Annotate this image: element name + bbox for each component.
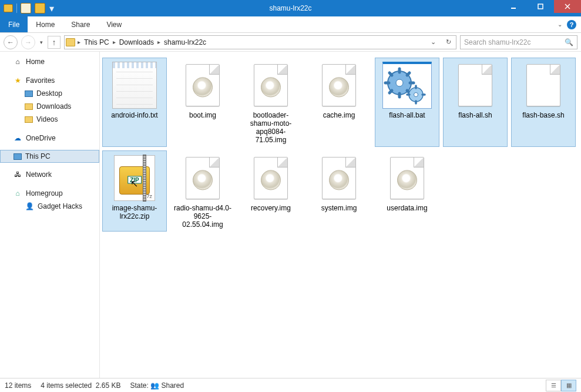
main-area: ⌂Home ★Favorites Desktop Downloads Video… xyxy=(0,52,581,378)
file-label: userdata.img xyxy=(385,204,428,212)
file-item[interactable]: flash-all.bat xyxy=(375,58,439,147)
file-item[interactable]: system.img xyxy=(307,150,371,232)
folder-icon[interactable] xyxy=(4,4,13,12)
chevron-right-icon[interactable]: ▸ xyxy=(78,39,80,45)
ribbon-controls: ⌄ ? xyxy=(558,16,581,32)
nav-videos[interactable]: Videos xyxy=(0,113,99,126)
home-icon: ⌂ xyxy=(13,58,22,66)
file-item[interactable]: cache.img xyxy=(307,58,371,147)
file-icon xyxy=(313,153,365,203)
network-icon: 🖧 xyxy=(13,170,22,179)
ribbon: File Home Share View ⌄ ? xyxy=(0,16,581,33)
quick-access-toolbar: ▾ xyxy=(0,3,55,14)
svg-point-15 xyxy=(414,93,418,97)
file-icon xyxy=(381,153,433,203)
file-label: boot.img xyxy=(188,111,217,119)
tab-share[interactable]: Share xyxy=(63,16,98,32)
file-tab[interactable]: File xyxy=(0,16,28,32)
files-pane[interactable]: android-info.txtboot.imgbootloader-shamu… xyxy=(100,52,581,378)
refresh-button[interactable]: ↻ xyxy=(442,36,455,49)
breadcrumb-thispc[interactable]: This PC xyxy=(83,38,110,46)
svg-line-10 xyxy=(389,73,392,75)
shared-icon: 👥 xyxy=(150,381,159,390)
search-input[interactable]: Search shamu-lrx22c 🔍 xyxy=(460,35,577,49)
help-icon[interactable]: ? xyxy=(567,20,576,29)
file-icon xyxy=(177,153,229,203)
nav-gadget-hacks[interactable]: 👤Gadget Hacks xyxy=(0,200,99,213)
search-placeholder: Search shamu-lrx22c xyxy=(464,38,530,46)
file-item[interactable]: radio-shamu-d4.0-9625-02.55.04.img xyxy=(170,150,235,232)
tab-home[interactable]: Home xyxy=(28,16,63,32)
file-item[interactable]: flash-base.sh xyxy=(511,58,576,147)
status-selection: 4 items selected 2.65 KB xyxy=(41,381,120,390)
file-label: bootloader-shamu-moto-apq8084-71.05.img xyxy=(240,111,301,144)
folder-icon xyxy=(25,116,33,123)
history-dropdown-icon[interactable]: ▾ xyxy=(39,39,44,45)
minimize-button[interactable] xyxy=(500,0,527,13)
svg-rect-1 xyxy=(538,4,543,9)
file-icon xyxy=(109,61,160,110)
folder-icon xyxy=(66,38,75,46)
new-folder-icon[interactable] xyxy=(35,3,45,14)
file-icon: ZIP7z↖ xyxy=(109,153,160,203)
file-icon xyxy=(313,61,365,110)
address-bar[interactable]: ▸ This PC ▸ Downloads ▸ shamu-lrx22c ⌄ ↻ xyxy=(64,35,456,49)
collapse-ribbon-icon[interactable]: ⌄ xyxy=(558,21,562,28)
file-label: cache.img xyxy=(322,111,357,119)
back-button[interactable]: ← xyxy=(4,35,18,49)
file-label: android-info.txt xyxy=(110,111,159,119)
breadcrumb-current[interactable]: shamu-lrx22c xyxy=(163,38,207,46)
nav-home[interactable]: ⌂Home xyxy=(0,55,99,68)
address-dropdown-icon[interactable]: ⌄ xyxy=(426,36,439,49)
search-icon: 🔍 xyxy=(565,38,573,46)
properties-icon[interactable] xyxy=(21,3,31,14)
icons-view-button[interactable]: ▦ xyxy=(561,380,576,391)
up-button[interactable]: ↑ xyxy=(48,36,61,49)
file-item[interactable]: recovery.img xyxy=(239,150,303,232)
maximize-button[interactable] xyxy=(527,0,554,13)
status-item-count: 12 items xyxy=(5,381,31,390)
nav-homegroup[interactable]: ⌂Homegroup xyxy=(0,187,99,200)
file-icon xyxy=(381,61,433,110)
forward-button[interactable]: → xyxy=(21,35,35,49)
file-icon xyxy=(449,61,501,110)
file-grid: android-info.txtboot.imgbootloader-shamu… xyxy=(102,58,579,232)
homegroup-icon: ⌂ xyxy=(13,189,22,197)
file-icon xyxy=(177,61,229,110)
file-label: flash-base.sh xyxy=(521,111,565,119)
star-icon: ★ xyxy=(13,76,22,85)
tab-view[interactable]: View xyxy=(98,16,130,32)
file-item[interactable]: flash-all.sh xyxy=(443,58,508,147)
svg-line-12 xyxy=(389,91,392,93)
nav-network[interactable]: 🖧Network xyxy=(0,168,99,181)
file-item[interactable]: bootloader-shamu-moto-apq8084-71.05.img xyxy=(239,58,303,147)
file-item[interactable]: android-info.txt xyxy=(102,58,167,147)
file-label: flash-all.bat xyxy=(388,111,426,119)
cloud-icon: ☁ xyxy=(13,134,22,142)
nav-desktop[interactable]: Desktop xyxy=(0,87,99,100)
nav-downloads[interactable]: Downloads xyxy=(0,100,99,113)
nav-thispc[interactable]: This PC xyxy=(0,150,99,163)
address-row: ← → ▾ ↑ ▸ This PC ▸ Downloads ▸ shamu-lr… xyxy=(0,33,581,52)
file-label: flash-all.sh xyxy=(457,111,493,119)
window-controls xyxy=(500,0,581,13)
desktop-icon xyxy=(25,91,33,97)
nav-onedrive[interactable]: ☁OneDrive xyxy=(0,132,99,145)
nav-favorites[interactable]: ★Favorites xyxy=(0,74,99,87)
folder-icon xyxy=(25,103,33,110)
breadcrumb-downloads[interactable]: Downloads xyxy=(118,38,155,46)
chevron-right-icon[interactable]: ▸ xyxy=(113,39,116,45)
navigation-pane[interactable]: ⌂Home ★Favorites Desktop Downloads Video… xyxy=(0,52,100,378)
details-view-button[interactable]: ☰ xyxy=(546,380,561,391)
chevron-right-icon[interactable]: ▸ xyxy=(157,39,160,45)
file-item[interactable]: boot.img xyxy=(170,58,235,147)
file-icon xyxy=(245,153,297,203)
close-button[interactable] xyxy=(554,0,581,13)
qat-dropdown-icon[interactable]: ▾ xyxy=(49,3,55,14)
file-label: recovery.img xyxy=(250,204,292,212)
file-item[interactable]: ZIP7z↖image-shamu-lrx22c.zip xyxy=(102,150,167,232)
svg-line-13 xyxy=(407,73,409,75)
computer-icon xyxy=(14,153,22,160)
file-label: image-shamu-lrx22c.zip xyxy=(104,204,165,220)
file-item[interactable]: userdata.img xyxy=(375,150,439,232)
